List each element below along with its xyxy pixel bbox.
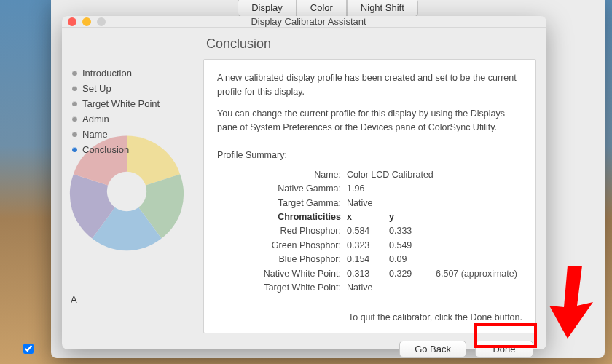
col-y-head: y: [389, 210, 425, 224]
sidebar: Introduction Set Up Target White Point A…: [72, 35, 193, 357]
row-nwp-note: 6,507 (approximate): [431, 267, 517, 281]
close-icon[interactable]: [68, 17, 76, 26]
row-green-label: Green Phosphor:: [217, 239, 341, 253]
titlebar: Display Calibrator Assistant: [62, 16, 546, 28]
go-back-button[interactable]: Go Back: [399, 341, 466, 357]
sidebar-item-admin: Admin: [72, 111, 193, 127]
row-target-gamma-label: Target Gamma:: [217, 197, 341, 210]
row-name-label: Name:: [217, 168, 341, 182]
sidebar-item-label: Introduction: [82, 68, 132, 79]
background-tabs: Display Color Night Shift: [51, 0, 605, 17]
sidebar-item-label: Set Up: [82, 83, 111, 94]
intro-paragraph-1: A new calibrated display profile has bee…: [217, 71, 522, 100]
sidebar-item-conclusion: Conclusion: [72, 142, 193, 157]
tab-display[interactable]: Display: [238, 0, 297, 17]
row-blue-y: 0.09: [389, 253, 425, 266]
sidebar-item-introduction: Introduction: [72, 66, 193, 81]
row-target-gamma-value: Native: [347, 197, 372, 210]
intro-paragraph-2: You can change the current profile for t…: [217, 107, 522, 135]
done-button[interactable]: Done: [475, 341, 533, 357]
sidebar-item-label: Admin: [82, 114, 109, 124]
sidebar-item-label: Conclusion: [82, 144, 129, 155]
content-panel: A new calibrated display profile has bee…: [203, 59, 536, 333]
profile-summary-title: Profile Summary:: [217, 149, 522, 162]
zoom-icon: [97, 17, 106, 26]
tab-night-shift[interactable]: Night Shift: [347, 0, 418, 17]
quit-instruction: To quit the calibrator, click the Done b…: [217, 311, 522, 325]
background-checkbox[interactable]: [23, 344, 34, 354]
row-blue-x: 0.154: [347, 253, 383, 266]
sidebar-list: Introduction Set Up Target White Point A…: [72, 66, 193, 157]
row-native-gamma-value: 1.96: [347, 182, 364, 196]
row-red-x: 0.584: [347, 224, 383, 238]
row-chroma-label: Chromaticities: [217, 210, 341, 224]
profile-summary-table: Name: Color LCD Calibrated Native Gamma:…: [217, 168, 522, 295]
sidebar-item-name: Name: [72, 127, 193, 142]
row-green-y: 0.549: [389, 239, 425, 253]
main-pane: Conclusion A new calibrated display prof…: [203, 35, 536, 357]
row-green-x: 0.323: [347, 239, 383, 253]
minimize-icon[interactable]: [82, 17, 91, 26]
row-nwp-y: 0.329: [389, 267, 425, 281]
row-red-label: Red Phosphor:: [217, 224, 341, 238]
sidebar-item-setup: Set Up: [72, 81, 193, 96]
sidebar-item-label: Name: [82, 129, 108, 140]
row-twp-label: Target White Point:: [217, 281, 341, 295]
button-row: Go Back Done: [203, 333, 536, 357]
row-native-gamma-label: Native Gamma:: [217, 182, 341, 196]
row-blue-label: Blue Phosphor:: [217, 253, 341, 266]
sidebar-label-a: A: [71, 294, 77, 305]
page-title: Conclusion: [206, 36, 536, 52]
svg-point-0: [107, 172, 146, 211]
col-x-head: x: [347, 210, 383, 224]
tab-color[interactable]: Color: [297, 0, 347, 17]
sidebar-item-target-white-point: Target White Point: [72, 96, 193, 111]
row-red-y: 0.333: [389, 224, 425, 238]
row-twp-value: Native: [347, 281, 372, 295]
window-title: Display Calibrator Assistant: [111, 16, 541, 27]
row-name-value: Color LCD Calibrated: [347, 168, 434, 182]
calibrator-window: Display Calibrator Assistant Introductio…: [62, 16, 546, 349]
sidebar-item-label: Target White Point: [82, 98, 160, 109]
row-nwp-label: Native White Point:: [217, 267, 341, 281]
background-checkbox-input[interactable]: [23, 344, 34, 354]
row-nwp-x: 0.313: [347, 267, 383, 281]
